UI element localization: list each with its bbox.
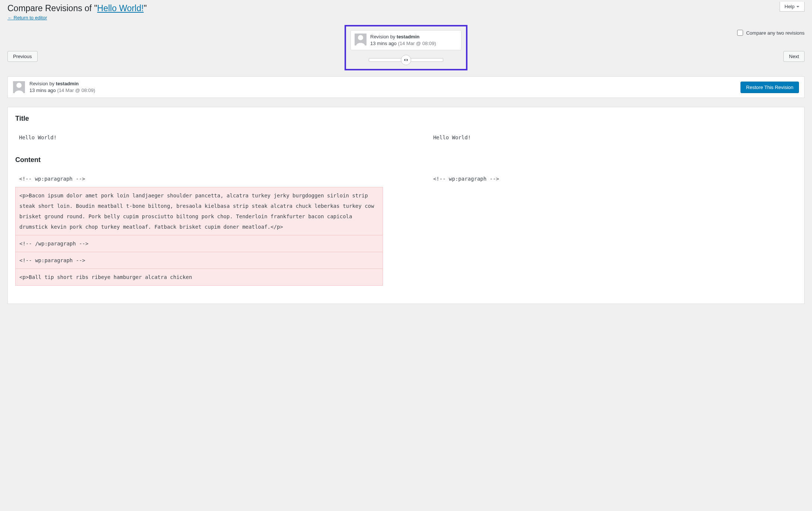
diff-cell-right [429,252,797,269]
table-row: <!-- wp:paragraph --><!-- wp:paragraph -… [16,171,797,187]
table-row: Hello World! Hello World! [15,129,797,146]
diff-content-heading: Content [15,156,797,164]
revision-slider[interactable] [351,55,461,65]
diff-cell-left: <!-- wp:paragraph --> [16,171,383,187]
compare-any-checkbox[interactable] [737,30,743,36]
revision-meta-bar: Revision by testadmin 13 mins ago (14 Ma… [7,76,805,98]
user-icon [13,81,25,93]
diff-title-table: Hello World! Hello World! [15,129,797,146]
slider-track-right [410,58,443,62]
svg-point-1 [16,83,22,88]
diff-cell-right [429,269,797,286]
meta-author-line: Revision by testadmin [29,80,95,87]
tooltip-date-line: 13 mins ago (14 Mar @ 08:09) [370,40,436,47]
help-label: Help [784,4,794,9]
avatar [355,34,367,45]
user-icon [355,34,367,45]
slider-track-left [369,58,402,62]
table-row: <!-- wp:paragraph --> [16,252,797,269]
diff-title-heading: Title [15,115,797,123]
avatar [13,81,25,93]
previous-button[interactable]: Previous [7,51,38,62]
slider-highlight: Revision by testadmin 13 mins ago (14 Ma… [345,25,467,70]
table-row: <!-- /wp:paragraph --> [16,235,797,252]
diff-cell-left: <p>Ball tip short ribs ribeye hamburger … [16,269,383,286]
table-row: <p>Bacon ipsum dolor amet pork loin land… [16,187,797,235]
diff-cell-left: <!-- wp:paragraph --> [16,252,383,269]
page-title: Compare Revisions of "Hello World!" [7,0,805,15]
tooltip-author-line: Revision by testadmin [370,34,436,40]
revision-tooltip: Revision by testadmin 13 mins ago (14 Ma… [351,30,461,50]
diff-cell-right [429,235,797,252]
table-row: <p>Ball tip short ribs ribeye hamburger … [16,269,797,286]
help-tab[interactable]: Help [780,2,805,12]
return-to-editor-link[interactable]: ← Return to editor [7,15,47,20]
diff-cell-left: <p>Bacon ipsum dolor amet pork loin land… [16,187,383,235]
diff-container: Title Hello World! Hello World! Content … [7,107,805,304]
svg-point-0 [358,35,363,40]
diff-cell-right: Hello World! [429,129,797,146]
diff-cell-left: Hello World! [15,129,383,146]
restore-revision-button[interactable]: Restore This Revision [740,82,799,93]
diff-cell-right: <!-- wp:paragraph --> [429,171,797,187]
diff-cell-right [429,187,797,235]
diff-cell-left: <!-- /wp:paragraph --> [16,235,383,252]
drag-handle-icon [403,57,409,63]
diff-content-table: <!-- wp:paragraph --><!-- wp:paragraph -… [15,171,797,286]
next-button[interactable]: Next [783,51,805,62]
compare-any-label[interactable]: Compare any two revisions [737,30,805,36]
post-title-link[interactable]: Hello World! [97,3,144,13]
chevron-down-icon [796,5,800,9]
meta-date-line: 13 mins ago (14 Mar @ 08:09) [29,87,95,94]
slider-handle[interactable] [401,55,411,65]
